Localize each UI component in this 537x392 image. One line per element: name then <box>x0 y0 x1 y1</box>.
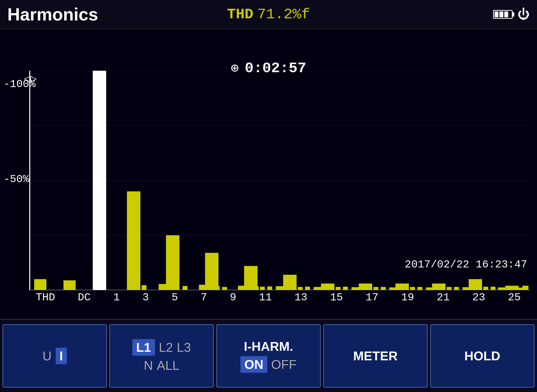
thd-header: THD 71.2%f <box>227 6 310 23</box>
x-label-25: 25 <box>508 291 521 304</box>
svg-rect-50 <box>417 287 422 290</box>
x-label-17: 17 <box>366 291 379 304</box>
svg-rect-40 <box>298 287 303 290</box>
svg-rect-10 <box>159 284 166 290</box>
x-label-3: 3 <box>143 291 149 304</box>
page-title: Harmonics <box>7 4 98 24</box>
svg-rect-39 <box>290 287 295 290</box>
chart-svg <box>29 71 530 290</box>
battery-seg-3 <box>504 11 508 17</box>
x-label-21: 21 <box>437 291 450 304</box>
svg-rect-41 <box>305 287 310 290</box>
svg-rect-20 <box>351 287 359 290</box>
x-label-15: 15 <box>330 291 343 304</box>
chart-area: ⊕ 0:02:57 -100% -50% ◁▷ <box>0 29 537 346</box>
svg-rect-45 <box>366 287 371 290</box>
toolbar-btn-ui[interactable]: U I <box>2 324 107 388</box>
svg-rect-9 <box>127 191 140 290</box>
svg-rect-53 <box>454 287 459 290</box>
toolbar-btn-hold[interactable]: HOLD <box>430 324 535 388</box>
ui-row: U I <box>42 348 67 364</box>
x-axis-labels: THD DC 1 3 5 7 9 11 13 15 17 19 21 23 25 <box>24 291 532 304</box>
header-bar: Harmonics THD 71.2%f ⏻ <box>0 0 537 29</box>
battery-seg-2 <box>499 11 503 17</box>
iharm-on-label: ON <box>240 356 267 373</box>
svg-rect-7 <box>63 280 76 290</box>
lines-row1: L1 L2 L3 <box>132 339 191 356</box>
svg-rect-31 <box>522 286 528 290</box>
chart-canvas: ◁▷ <box>29 71 530 290</box>
battery-body <box>493 10 513 19</box>
thd-value: 71.2%f <box>257 6 310 23</box>
svg-rect-32 <box>142 285 146 290</box>
svg-rect-42 <box>328 286 333 290</box>
x-label-5: 5 <box>172 291 178 304</box>
svg-rect-11 <box>166 235 179 290</box>
svg-rect-52 <box>447 287 452 290</box>
btn-l1-label: L1 <box>132 339 155 356</box>
svg-rect-54 <box>476 286 481 290</box>
cursor-arrow: ◁▷ <box>24 72 37 85</box>
btn-all-label: ALL <box>157 358 180 373</box>
datestamp: 2017/02/22 16:23:47 <box>405 258 527 271</box>
svg-rect-34 <box>215 286 220 290</box>
svg-rect-48 <box>403 287 408 290</box>
svg-rect-43 <box>336 287 341 290</box>
iharm-off-label: OFF <box>271 357 297 372</box>
iharm-row: ON OFF <box>240 356 297 373</box>
svg-rect-38 <box>267 286 272 290</box>
svg-rect-36 <box>254 286 259 290</box>
svg-rect-16 <box>276 286 283 290</box>
svg-rect-18 <box>314 287 321 290</box>
lines-row2: N ALL <box>144 358 179 373</box>
toolbar-btn-meter[interactable]: METER <box>323 324 428 388</box>
toolbar-btn-lines[interactable]: L1 L2 L3 N ALL <box>109 324 214 388</box>
svg-rect-55 <box>483 287 488 290</box>
power-icon: ⏻ <box>517 7 530 22</box>
svg-rect-37 <box>260 287 265 290</box>
x-label-9: 9 <box>230 291 236 304</box>
header-right: ⏻ <box>493 7 530 22</box>
iharm-title: I-HARM. <box>244 339 293 354</box>
meter-label: METER <box>353 349 398 363</box>
btn-l2-label: L2 <box>159 340 173 355</box>
svg-rect-56 <box>491 287 496 290</box>
svg-rect-49 <box>410 287 415 290</box>
y-axis-label-50: -50% <box>3 173 29 185</box>
svg-rect-28 <box>498 287 505 290</box>
btn-l3-label: L3 <box>177 340 191 355</box>
x-label-1: 1 <box>113 291 120 304</box>
btn-u-label: U <box>42 349 52 363</box>
svg-rect-13 <box>205 253 218 290</box>
x-label-7: 7 <box>201 291 207 304</box>
x-label-11: 11 <box>259 291 272 304</box>
thd-label: THD <box>227 6 253 23</box>
cursor-line: ◁▷ <box>29 71 30 290</box>
svg-rect-46 <box>373 287 378 290</box>
x-label-19: 19 <box>401 291 414 304</box>
btn-i-label: I <box>56 348 67 364</box>
x-label-dc: DC <box>78 291 91 304</box>
btn-n-label: N <box>144 358 153 373</box>
toolbar: U I L1 L2 L3 N ALL I-HARM. ON OFF METER … <box>0 319 537 392</box>
svg-rect-51 <box>439 287 444 290</box>
x-label-13: 13 <box>294 291 307 304</box>
hold-label: HOLD <box>464 349 500 363</box>
svg-rect-35 <box>222 287 227 290</box>
x-label-23: 23 <box>472 291 485 304</box>
svg-rect-6 <box>34 279 46 290</box>
battery-seg-1 <box>495 11 498 17</box>
toolbar-btn-iharm[interactable]: I-HARM. ON OFF <box>216 324 321 388</box>
svg-rect-44 <box>343 287 348 290</box>
svg-rect-57 <box>510 287 515 290</box>
svg-rect-8 <box>93 71 106 290</box>
svg-rect-47 <box>381 287 386 290</box>
svg-rect-33 <box>183 286 187 290</box>
x-label-thd: THD <box>36 291 55 304</box>
battery-icon <box>493 10 513 19</box>
